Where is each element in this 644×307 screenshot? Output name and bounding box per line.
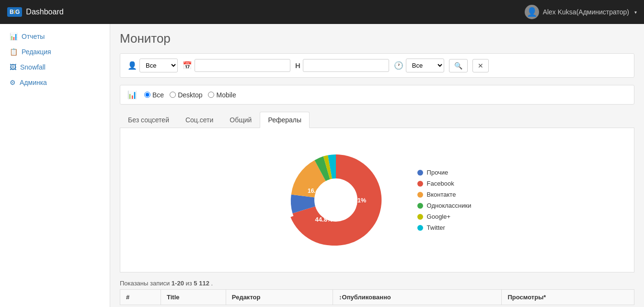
content: Монитор 👤 Все 📅 H 🕐 Все — [110, 24, 644, 307]
tab-common[interactable]: Общий — [221, 112, 260, 128]
chart-container: 31.1% 44.8% 16.4% Прочие Facebook — [130, 138, 624, 262]
sidebar-item-reports[interactable]: 📊 Отчеты — [0, 29, 110, 44]
legend-google: Google+ — [417, 213, 472, 220]
time-filter-group: 🕐 Все — [394, 59, 444, 72]
heading-filter-group: H — [295, 59, 389, 72]
tab-social[interactable]: Соц.сети — [177, 112, 221, 128]
label-facebook: 44.8% — [315, 216, 333, 223]
sidebar-item-snowfall[interactable]: 🖼 Snowfall — [0, 59, 110, 75]
page-title: Монитор — [120, 31, 634, 46]
pie-chart: 31.1% 44.8% 16.4% — [283, 147, 389, 253]
brand-text: Dashboard — [26, 8, 63, 16]
user-name: Alex Kuksa(Администратор) — [543, 8, 629, 16]
col-num: # — [120, 290, 161, 305]
pagination-period: . — [211, 280, 213, 287]
heading-filter-input[interactable] — [303, 59, 389, 72]
col-published[interactable]: ↕Опубликованно — [333, 290, 502, 305]
data-table: # Title Редактор ↕Опубликованно Просмотр… — [120, 289, 634, 305]
date-filter-input[interactable] — [195, 59, 290, 72]
tab-no-social[interactable]: Без соцсетей — [120, 112, 177, 128]
sidebar-item-label: Админка — [20, 79, 47, 86]
legend-label-prochie: Прочие — [427, 169, 448, 176]
legend-twitter: Twitter — [417, 224, 472, 231]
legend-label-vk: Вконтакте — [427, 191, 456, 198]
col-title: Title — [161, 290, 226, 305]
user-dropdown-arrow[interactable]: ▾ — [634, 10, 637, 15]
time-filter-select[interactable]: Все — [406, 59, 444, 72]
view-mobile-label: Mobile — [216, 91, 236, 99]
reports-icon: 📊 — [10, 33, 18, 40]
legend-facebook: Facebook — [417, 180, 472, 187]
clock-filter-icon: 🕐 — [394, 61, 403, 70]
pagination-info: Показаны записи 1-20 из 5 112 . — [120, 280, 634, 287]
admin-icon: ⚙ — [10, 79, 16, 86]
search-button[interactable]: 🔍 — [449, 59, 468, 72]
legend-label-facebook: Facebook — [427, 180, 454, 187]
view-all-option[interactable]: Все — [144, 91, 164, 99]
user-menu[interactable]: 👤 Alex Kuksa(Администратор) ▾ — [525, 5, 637, 19]
chart-legend: Прочие Facebook Вконтакте Одноклассники — [417, 169, 472, 231]
tab-referrals[interactable]: Рефералы — [260, 112, 310, 128]
table-header-row: # Title Редактор ↕Опубликованно Просмотр… — [120, 290, 634, 305]
sidebar-item-admin[interactable]: ⚙ Админка — [0, 75, 110, 90]
pagination-text: Показаны записи — [120, 280, 170, 287]
view-desktop-label: Desktop — [178, 91, 202, 99]
label-vk: 16.4% — [308, 188, 324, 194]
pie-svg: 31.1% 44.8% 16.4% — [283, 147, 389, 253]
pagination-total: 5 112 — [194, 280, 209, 287]
navbar: BiG Dashboard 👤 Alex Kuksa(Администратор… — [0, 0, 644, 24]
legend-dot-ok — [417, 203, 423, 209]
label-prochie: 31.1% — [348, 197, 366, 204]
user-filter-icon: 👤 — [127, 61, 137, 70]
view-desktop-option[interactable]: Desktop — [170, 91, 202, 99]
brand[interactable]: BiG Dashboard — [7, 7, 64, 17]
user-filter-group: 👤 Все — [127, 59, 178, 72]
view-radio-group: Все Desktop Mobile — [144, 91, 236, 99]
user-filter-select[interactable]: Все — [139, 59, 178, 72]
filter-bar: 👤 Все 📅 H 🕐 Все 🔍 ✕ — [120, 53, 634, 78]
pagination-of: из — [186, 280, 192, 287]
sidebar-item-editorial[interactable]: 📋 Редакция — [0, 44, 110, 59]
legend-dot-google — [417, 214, 423, 220]
view-mobile-option[interactable]: Mobile — [208, 91, 236, 99]
legend-dot-vk — [417, 192, 423, 198]
tabs: Без соцсетей Соц.сети Общий Рефералы — [120, 112, 634, 128]
date-filter-group: 📅 — [183, 59, 290, 72]
chart-panel: 31.1% 44.8% 16.4% Прочие Facebook — [120, 128, 634, 272]
chart-bar-icon: 📊 — [127, 90, 137, 99]
sidebar: 📊 Отчеты 📋 Редакция 🖼 Snowfall ⚙ Админка — [0, 24, 110, 307]
col-views[interactable]: Просмотры* — [502, 290, 634, 305]
view-bar: 📊 Все Desktop Mobile — [120, 85, 634, 105]
main-layout: 📊 Отчеты 📋 Редакция 🖼 Snowfall ⚙ Админка… — [0, 24, 644, 307]
editorial-icon: 📋 — [10, 48, 18, 56]
view-all-label: Все — [152, 91, 164, 99]
brand-logo: BiG — [7, 7, 22, 17]
legend-vk: Вконтакте — [417, 191, 472, 198]
col-editor: Редактор — [226, 290, 333, 305]
legend-ok: Одноклассники — [417, 202, 472, 209]
view-desktop-radio[interactable] — [170, 92, 176, 98]
clear-button[interactable]: ✕ — [472, 59, 489, 72]
heading-filter-icon: H — [295, 61, 300, 70]
sidebar-item-label: Snowfall — [20, 63, 46, 71]
snowfall-icon: 🖼 — [10, 63, 16, 71]
legend-dot-prochie — [417, 170, 423, 176]
view-mobile-radio[interactable] — [208, 92, 214, 98]
sidebar-item-label: Отчеты — [22, 33, 45, 40]
calendar-filter-icon: 📅 — [183, 61, 192, 70]
legend-label-ok: Одноклассники — [427, 202, 472, 209]
legend-dot-facebook — [417, 181, 423, 187]
legend-label-twitter: Twitter — [427, 224, 445, 231]
sidebar-item-label: Редакция — [22, 48, 51, 56]
legend-dot-twitter — [417, 225, 423, 231]
legend-label-google: Google+ — [427, 213, 451, 220]
pagination-range: 1-20 — [172, 280, 184, 287]
avatar: 👤 — [525, 5, 539, 19]
legend-prochie: Прочие — [417, 169, 472, 176]
view-all-radio[interactable] — [144, 92, 150, 98]
